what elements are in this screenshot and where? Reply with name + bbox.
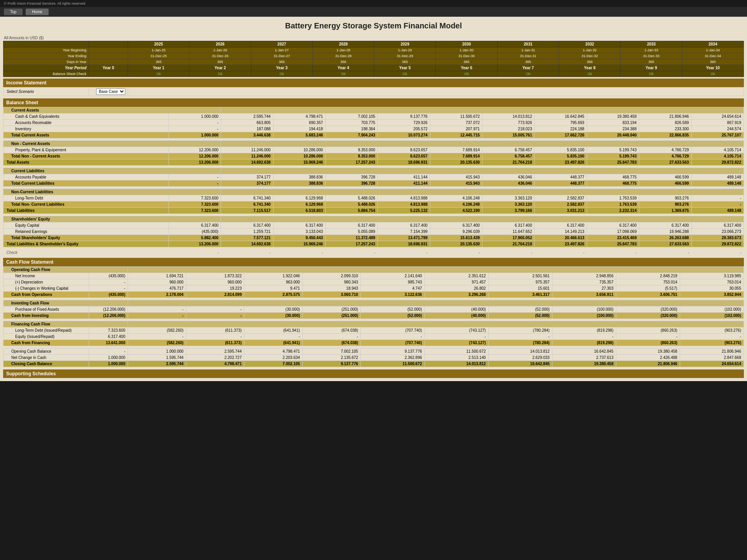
days-row: Days in Year 365365365366365 36536536636… xyxy=(4,59,744,65)
supporting-schedules-header: Supporting Schedules xyxy=(3,369,744,378)
current-liab-title: Current Liabilities xyxy=(4,168,744,174)
cash-from-financing-row: Cash from Financing 13.641.000 (582.260)… xyxy=(4,340,744,346)
balance-sheet-header: Balance Sheet xyxy=(3,98,744,107)
balance-check-row: Balance Sheet Check OkOkOkOkOk OkOkOkOkO… xyxy=(4,71,744,77)
column-header-row: 2025 2026 2027 2028 2029 2030 2031 2032 … xyxy=(4,41,744,47)
col-2033: 2033 xyxy=(621,41,682,47)
depreciation-row: (+) Depreciation - 960.000960.000963.000… xyxy=(4,279,744,285)
col-2034: 2034 xyxy=(682,41,743,47)
equity-issued-row: Equity (Issued/Repaid) 6.317.400 ----- -… xyxy=(4,333,744,340)
ar-row: Accounts Receivable - 663.805690.357703.… xyxy=(4,120,744,126)
purchase-fixed-row: Purchase of Fixed Assets (12.206.000) --… xyxy=(4,306,744,312)
col-2031: 2031 xyxy=(497,41,559,47)
scenario-row: Select Scenario Base Case xyxy=(4,88,744,96)
total-assets-row: Total Assets 13.206.000 14.692.63815.969… xyxy=(4,159,744,166)
copyright: © Profit Vision Financial Services. All … xyxy=(4,2,86,5)
inventory-row: Inventory - 187.088194.418198.364205.572… xyxy=(4,126,744,132)
col-2032: 2032 xyxy=(559,41,621,47)
ltd-issued-row: Long-Term Debt (Issued/Repaid) 7.323.600… xyxy=(4,327,744,333)
scenario-select[interactable]: Base Case xyxy=(96,88,125,95)
year-period-row: Year Period Year 0 Year 1Year 2Year 3Yea… xyxy=(4,65,744,71)
col-2027: 2027 xyxy=(251,41,312,47)
cash-flow-header: Cash Flow Statement xyxy=(3,258,744,266)
closing-cash-row: Closing Cash Balance 1.000.000 2.595.744… xyxy=(4,360,744,367)
net-change-row: Net Change in Cash 1.000.000 1.595.7442.… xyxy=(4,354,744,360)
total-equity-row: Total Shareholders' Equity 5.882.400 7.5… xyxy=(4,235,744,241)
retained-earnings-row: Retained Earnings (435.000) 1.259.7213.1… xyxy=(4,229,744,235)
current-assets-title: Current Assets xyxy=(4,107,744,114)
total-non-current-liab-row: Total Non- Current Liabilities 7.323.600… xyxy=(4,201,744,208)
equity-capital-row: Equity Capital 6.317.400 6.317.4006.317.… xyxy=(4,222,744,229)
non-current-liab-title: Non-Current Liabilities xyxy=(4,189,744,195)
total-liab-equity-row: Total Liabilities & Shareholder's Equity… xyxy=(4,241,744,247)
opening-cash-row: Opening Cash Balance - 1.000.0002.595.74… xyxy=(4,348,744,354)
operating-cf-title: Operating Cash Flow xyxy=(4,266,744,273)
total-non-current-row: Total Non - Current Assets 12.206.000 11… xyxy=(4,153,744,159)
ltd-row: Long-Term Debt 7.323.600 6.741.3406.129.… xyxy=(4,195,744,201)
top-button[interactable]: Top xyxy=(4,9,23,15)
check-row: Check - ----- ----- xyxy=(4,250,744,256)
col-2025: 2025 xyxy=(128,41,189,47)
ppe-row: Property, Plant & Equipement 12.206.000 … xyxy=(4,147,744,153)
amounts-label: All Amounts in USD ($) xyxy=(0,35,747,41)
col-2026: 2026 xyxy=(189,41,251,47)
col-2028: 2028 xyxy=(312,41,374,47)
cash-from-investing-row: Cash from Investing (12.206.000) --(30.0… xyxy=(4,312,744,318)
ap-row: Accounts Payable - 374.177388.836396.728… xyxy=(4,174,744,180)
main-title: Battery Energy Storage System Financial … xyxy=(0,17,747,35)
total-current-liab-row: Total Current Liabilities - 374.177388.8… xyxy=(4,180,744,187)
cash-from-ops-row: Cash from Operations (435.000) 2.178.004… xyxy=(4,291,744,298)
net-income-row: Net Income (435.000) 1.694.7211.873.3221… xyxy=(4,273,744,279)
col-2029: 2029 xyxy=(374,41,436,47)
income-statement-header: Income Statement xyxy=(3,79,744,87)
changes-wc-row: (-) Changes in Working Capital - 476.717… xyxy=(4,285,744,291)
nav-bar: Top Home xyxy=(0,7,747,17)
investing-cf-title: Inventing Cash Flow xyxy=(4,300,744,306)
year-beginning-row: Year Beginning 1-Jan-251-Jan-261-Jan-271… xyxy=(4,47,744,53)
non-current-assets-title: Non - Current Assets xyxy=(4,141,744,147)
equity-title: Shareholders' Equity xyxy=(4,216,744,222)
total-liabilities-row: Total Liabilities 7.323.600 7.115.5176.5… xyxy=(4,208,744,214)
financing-cf-title: Financing Cash Flow xyxy=(4,321,744,327)
cash-row: Cash & Cash Equivalents 1.000.000 2.595.… xyxy=(4,114,744,120)
home-button[interactable]: Home xyxy=(26,9,49,15)
col-2030: 2030 xyxy=(436,41,497,47)
total-current-assets-row: Total Current Assets 1.000.000 3.446.638… xyxy=(4,132,744,138)
year-ending-row: Year Ending 31-Dec-2531-Dec-2631-Dec-273… xyxy=(4,53,744,59)
top-bar: © Profit Vision Financial Services. All … xyxy=(0,0,747,7)
